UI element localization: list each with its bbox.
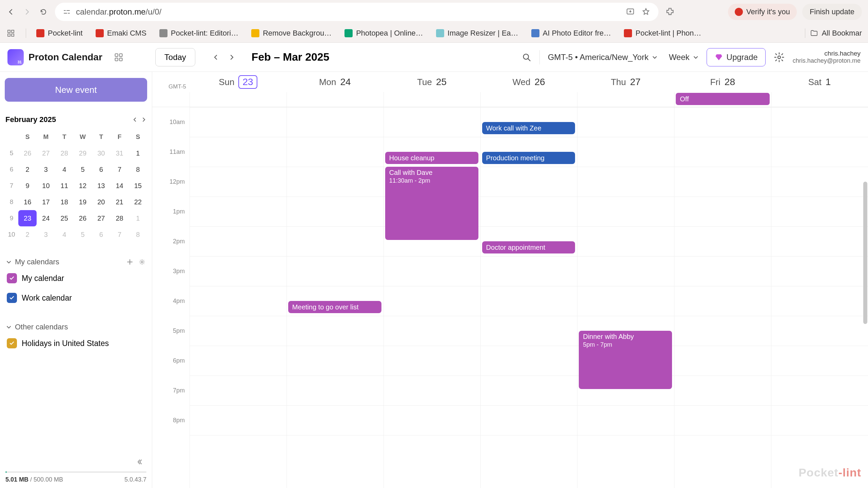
day-header[interactable]: Thu27 [577,72,674,92]
mini-day[interactable]: 4 [55,226,74,243]
apps-grid-icon[interactable] [6,28,16,38]
day-header[interactable]: Sun23 [190,72,287,92]
day-column[interactable] [190,107,287,488]
day-header[interactable]: Mon24 [287,72,383,92]
bookmark-item[interactable]: Pocket-lint [36,29,83,38]
mini-day[interactable]: 23 [18,210,37,226]
calendar-checkbox[interactable] [7,293,17,303]
mini-day[interactable]: 4 [55,161,74,178]
other-calendars-header[interactable]: Other calendars [5,321,147,333]
mini-day[interactable]: 17 [37,194,55,210]
mini-day[interactable]: 3 [37,161,55,178]
today-button[interactable]: Today [155,48,195,66]
calendar-item[interactable]: Holidays in United States [5,333,147,353]
calendar-checkbox[interactable] [7,338,17,348]
calendar-item[interactable]: Work calendar [5,288,147,308]
timezone-select[interactable]: GMT-5 • America/New_York [548,53,657,62]
new-event-button[interactable]: New event [5,78,147,102]
next-week-button[interactable] [225,50,239,64]
mini-day[interactable]: 12 [74,178,92,194]
mini-day[interactable]: 27 [92,210,110,226]
bookmark-item[interactable]: Pocket-lint | Phon… [624,29,701,38]
add-calendar-icon[interactable] [126,258,134,266]
mini-day[interactable]: 13 [92,178,110,194]
prev-week-button[interactable] [209,50,222,64]
mini-day[interactable]: 28 [110,210,129,226]
mini-day[interactable]: 9 [18,178,37,194]
scrollbar[interactable] [863,107,867,488]
mini-calendar[interactable]: SMTWTFS526272829303116234567879101112131… [5,129,147,243]
verify-identity-button[interactable]: Verify it's you [728,4,797,20]
mini-day[interactable]: 5 [74,226,92,243]
site-controls-icon[interactable] [63,8,71,16]
mini-day[interactable]: 19 [74,194,92,210]
day-header[interactable]: Sat1 [771,72,868,92]
app-switcher-icon[interactable] [113,51,125,63]
day-column[interactable] [771,107,868,488]
calendar-item[interactable]: My calendar [5,268,147,288]
extensions-icon[interactable] [665,7,675,17]
bookmark-item[interactable]: Photopea | Online… [344,29,423,38]
mini-day[interactable]: 7 [110,226,129,243]
day-column[interactable]: House cleanupCall with Dave11:30am - 2pm [383,107,480,488]
upgrade-button[interactable]: Upgrade [707,48,766,66]
mini-day[interactable]: 10 [37,178,55,194]
bookmark-item[interactable]: Remove Backgrou… [251,29,332,38]
bookmark-item[interactable]: Pocket-lint: Editori… [159,29,238,38]
calendar-checkbox[interactable] [7,273,17,283]
day-header[interactable]: Wed26 [480,72,577,92]
mini-day[interactable]: 15 [129,178,147,194]
event-meeting[interactable]: Meeting to go over list [288,301,381,313]
calendar-settings-icon[interactable] [138,258,146,266]
view-select[interactable]: Week [669,53,698,62]
mini-day[interactable]: 20 [92,194,110,210]
day-column[interactable]: Meeting to go over list [287,107,383,488]
day-header[interactable]: Tue25 [383,72,480,92]
event-house-cleanup[interactable]: House cleanup [385,152,478,164]
mini-day[interactable]: 8 [129,161,147,178]
mini-day[interactable]: 2 [18,161,37,178]
install-icon[interactable] [626,7,635,16]
mini-day[interactable]: 30 [92,145,110,161]
day-column[interactable]: Dinner with Abby5pm - 7pm [577,107,674,488]
bookmark-item[interactable]: Emaki CMS [96,29,146,38]
mini-day[interactable]: 1 [129,145,147,161]
back-button[interactable] [6,7,16,17]
event-production-meeting[interactable]: Production meeting [482,152,575,164]
mini-day[interactable]: 11 [55,178,74,194]
mini-prev-month[interactable] [132,117,138,122]
day-header[interactable]: Fri28 [674,72,771,92]
mini-day[interactable]: 2 [18,226,37,243]
my-calendars-header[interactable]: My calendars [5,256,147,268]
reload-button[interactable] [39,7,48,17]
event-dinner-abby[interactable]: Dinner with Abby5pm - 7pm [579,331,672,389]
mini-day[interactable]: 18 [55,194,74,210]
mini-day[interactable]: 27 [37,145,55,161]
mini-day[interactable]: 24 [37,210,55,226]
logo[interactable]: Proton Calendar [7,49,102,65]
settings-icon[interactable] [774,52,785,63]
mini-day[interactable]: 16 [18,194,37,210]
mini-day[interactable]: 26 [74,210,92,226]
mini-day[interactable]: 28 [55,145,74,161]
mini-next-month[interactable] [141,117,146,122]
mini-day[interactable]: 6 [92,226,110,243]
calendar-grid[interactable]: 10am11am12pm1pm2pm3pm4pm5pm6pm7pm8pm Mee… [152,107,868,488]
allday-row[interactable]: Off [152,92,868,107]
mini-day[interactable]: 8 [129,226,147,243]
event-doctor[interactable]: Doctor appointment [482,241,575,253]
search-icon[interactable] [522,53,531,62]
address-bar[interactable]: calendar.proton.me/u/0/ [55,3,658,21]
mini-day[interactable]: 29 [74,145,92,161]
mini-day[interactable]: 14 [110,178,129,194]
forward-button[interactable] [22,7,32,17]
mini-day[interactable]: 1 [129,210,147,226]
mini-day[interactable]: 22 [129,194,147,210]
mini-day[interactable]: 31 [110,145,129,161]
user-info[interactable]: chris.hachey chris.hachey@proton.me [793,50,861,64]
mini-day[interactable]: 7 [110,161,129,178]
all-bookmarks-button[interactable]: All Bookmar [810,29,862,38]
mini-day[interactable]: 26 [18,145,37,161]
collapse-sidebar-icon[interactable] [137,458,145,466]
finish-update-button[interactable]: Finish update [802,4,862,20]
